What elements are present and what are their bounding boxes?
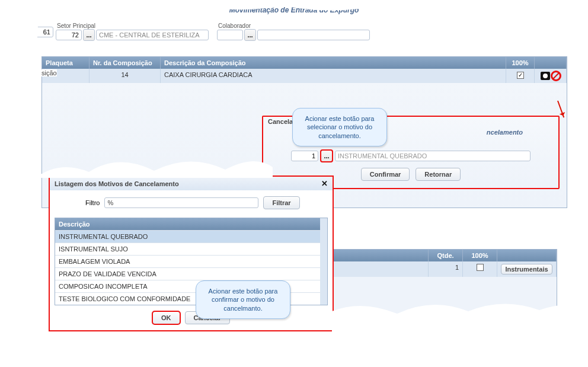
colaborador-label: Colaborador <box>217 23 370 29</box>
col-plaqueta: Plaqueta <box>42 57 90 69</box>
col-desc: Descrição da Composição <box>161 57 506 69</box>
callout-select-motivo: Acionar este botão para selecionar o mot… <box>292 108 387 146</box>
photo-icon[interactable] <box>541 72 550 80</box>
setor-name-input[interactable] <box>96 30 209 40</box>
setor-code-input[interactable] <box>56 30 82 40</box>
setor-label: Setor Principal <box>56 23 209 29</box>
scrollbar[interactable] <box>320 218 327 305</box>
cell-nr: 14 <box>90 69 161 83</box>
section-label: sição <box>41 69 57 76</box>
colaborador-code-input[interactable] <box>217 30 243 40</box>
filter-label: Filtro <box>85 199 100 206</box>
instr-100pct-checkbox[interactable] <box>477 264 484 271</box>
cancel-motivo-lookup-button[interactable]: ... <box>321 150 333 162</box>
callout-confirm-motivo: Acionar este botão para confirmar o moti… <box>196 280 290 319</box>
cancel-code-input[interactable] <box>291 151 318 161</box>
close-icon[interactable]: ✕ <box>321 179 328 188</box>
col-nr: Nr. da Composição <box>90 57 161 69</box>
cell-desc: CAIXA CIRURGIA CARDIACA <box>161 69 506 83</box>
colaborador-name-input[interactable] <box>257 30 370 40</box>
list-item[interactable]: INSTRUMENTAL QUEBRADO <box>55 230 327 242</box>
list-item[interactable]: PRAZO DE VALIDADE VENCIDA <box>55 267 327 280</box>
cancel-icon[interactable] <box>551 71 561 81</box>
torn-edge-left <box>0 0 41 367</box>
filter-button[interactable]: Filtrar <box>263 196 299 209</box>
ok-button[interactable]: OK <box>152 311 180 324</box>
list-item[interactable]: EMBALAGEM VIOLADA <box>55 255 327 267</box>
colaborador-lookup-button[interactable]: ... <box>244 29 256 41</box>
cell-qtde: 1 <box>429 261 463 277</box>
modal-title: Listagem dos Motivos de Cancelamento <box>55 180 179 187</box>
setor-lookup-button[interactable]: ... <box>83 29 95 41</box>
seq-field[interactable] <box>36 27 53 37</box>
col-100pct-2: 100% <box>463 250 497 261</box>
filter-input[interactable] <box>104 197 258 208</box>
col-qtde: Qtde. <box>429 250 463 261</box>
instrumentais-button[interactable]: Instrumentais <box>501 264 552 275</box>
col-100pct: 100% <box>506 57 535 69</box>
cancel-panel-title-left: Cancela <box>268 118 293 125</box>
return-button[interactable]: Retornar <box>416 168 461 181</box>
row-100pct-checkbox[interactable] <box>517 72 524 79</box>
motivos-modal: Listagem dos Motivos de Cancelamento ✕ F… <box>49 175 334 331</box>
page-title: Movimentação de Entrada do Expurgo <box>0 0 588 20</box>
top-form: Setor Principal ... Colaborador ... <box>0 20 588 43</box>
confirm-button[interactable]: Confirmar <box>361 168 410 181</box>
modal-col-descricao: Descrição <box>55 218 327 230</box>
cancel-motivo-input[interactable] <box>335 151 531 161</box>
list-item[interactable]: ISNTRUMENTAL SUJO <box>55 242 327 255</box>
table-row[interactable]: 14 CAIXA CIRURGIA CARDIACA <box>42 69 567 83</box>
